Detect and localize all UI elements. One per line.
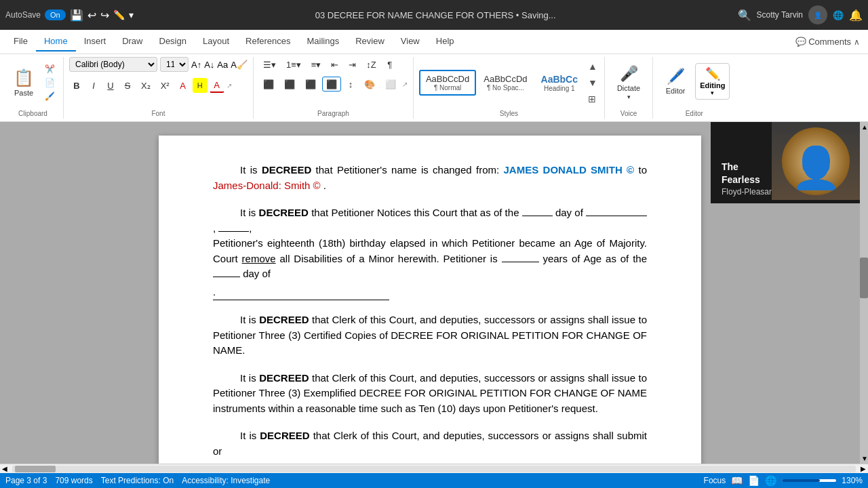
tab-home[interactable]: Home <box>36 32 76 52</box>
copy-button[interactable]: 📄 <box>42 77 58 89</box>
zoom-level[interactable]: 130% <box>842 476 863 485</box>
globe-icon[interactable]: 🌐 <box>833 10 844 20</box>
autosave-toggle[interactable]: On <box>45 9 66 20</box>
font-color-button[interactable]: A <box>210 78 224 93</box>
customize-icon[interactable]: ▾ <box>129 9 134 20</box>
para4-decreed: DECREED <box>259 372 309 384</box>
horizontal-scrollbar[interactable] <box>12 466 856 472</box>
tab-layout[interactable]: Layout <box>195 32 237 52</box>
h-scroll-right[interactable]: ▶ <box>859 465 868 472</box>
bullets-button[interactable]: ☰▾ <box>259 57 280 72</box>
scrollbar-thumb[interactable] <box>860 258 868 298</box>
numbering-button[interactable]: 1≡▾ <box>282 57 305 72</box>
shading-button[interactable]: 🎨 <box>360 77 379 92</box>
ribbon-collapse-button[interactable]: ∧ <box>851 36 863 48</box>
editor-label: Editor <box>666 87 686 95</box>
draw-icon[interactable]: ✏️ <box>113 9 125 20</box>
styles-expand[interactable]: ⊞ <box>587 92 599 106</box>
editor-group-label: Editor <box>658 108 730 117</box>
voice-group-label: Voice <box>610 108 647 117</box>
format-painter-button[interactable]: 🖌️ <box>42 90 58 102</box>
tab-mailings[interactable]: Mailings <box>299 32 348 52</box>
cut-button[interactable]: ✂️ <box>42 63 58 75</box>
search-icon[interactable]: 🔍 <box>738 9 751 22</box>
avatar[interactable]: 👤 <box>808 5 827 24</box>
web-layout-icon[interactable]: 🌐 <box>765 475 776 486</box>
para3-text1: It is <box>240 314 259 325</box>
highlight-button[interactable]: H <box>193 78 208 93</box>
scroll-down-button[interactable]: ▼ <box>860 453 868 464</box>
undo-icon[interactable]: ↩ <box>87 9 96 22</box>
paste-icon: 📋 <box>14 68 34 87</box>
style-heading1[interactable]: AaBbCc Heading 1 <box>535 70 584 96</box>
text-effects-button[interactable]: A <box>176 78 191 93</box>
editing-icon: ✏️ <box>705 66 720 81</box>
sort-button[interactable]: ↕Z <box>362 57 380 72</box>
editing-mode-button[interactable]: ✏️ Editing ▾ <box>695 63 730 100</box>
increase-indent-button[interactable]: ⇥ <box>344 57 360 72</box>
save-icon[interactable]: 💾 <box>70 9 83 22</box>
subscript-button[interactable]: X₂ <box>137 78 155 93</box>
tab-help[interactable]: Help <box>428 32 462 52</box>
clear-format-icon[interactable]: A🧹 <box>231 60 248 70</box>
font-group-expand[interactable]: ↗ <box>226 82 232 89</box>
paragraph-group-label: Paragraph <box>259 108 408 117</box>
styles-group: AaBbCcDd ¶ Normal AaBbCcDd ¶ No Spac... … <box>416 57 605 119</box>
increase-font-icon[interactable]: A↑ <box>191 60 201 70</box>
paragraph-group-expand[interactable]: ↗ <box>402 81 408 88</box>
editing-label: Editing <box>700 81 725 89</box>
styles-scroll-up[interactable]: ▲ <box>587 60 599 73</box>
tab-view[interactable]: View <box>393 32 428 52</box>
redo-icon[interactable]: ↪ <box>100 9 109 22</box>
h-scrollbar-thumb[interactable] <box>15 466 56 472</box>
vertical-scrollbar[interactable]: ▲ ▼ <box>860 122 868 464</box>
text-predictions[interactable]: Text Predictions: On <box>101 476 174 485</box>
line-spacing-button[interactable]: ↕ <box>343 77 358 92</box>
clipboard-group: 📋 Paste ✂️ 📄 🖌️ Clipboard <box>5 57 64 119</box>
accessibility-info[interactable]: Accessibility: Investigate <box>182 476 270 485</box>
strikethrough-button[interactable]: S <box>120 78 135 93</box>
h-scroll-left[interactable]: ◀ <box>0 465 9 472</box>
para2-blank-long: . <box>213 285 389 301</box>
zoom-slider[interactable] <box>782 479 836 482</box>
justify-button[interactable]: ⬛ <box>322 77 341 92</box>
ribbon-tabs: File Home Insert Draw Design Layout Refe… <box>0 30 868 54</box>
style-normal[interactable]: AaBbCcDd ¶ Normal <box>419 70 476 96</box>
superscript-button[interactable]: X² <box>157 78 174 93</box>
align-left-button[interactable]: ⬛ <box>259 77 278 92</box>
notification-icon[interactable]: 🔔 <box>849 9 863 22</box>
tab-design[interactable]: Design <box>151 32 195 52</box>
change-case-icon[interactable]: Aa <box>217 60 228 70</box>
page-info: Page 3 of 3 <box>5 476 47 485</box>
italic-button[interactable]: I <box>86 78 101 93</box>
multilevel-button[interactable]: ≡▾ <box>307 57 326 72</box>
paste-button[interactable]: 📋 Paste <box>8 58 39 107</box>
align-right-button[interactable]: ⬛ <box>301 77 320 92</box>
underline-button[interactable]: U <box>103 78 118 93</box>
borders-button[interactable]: ⬜ <box>381 77 400 92</box>
tab-insert[interactable]: Insert <box>76 32 115 52</box>
editor-button[interactable]: 🖊️ Editor <box>658 57 692 106</box>
focus-button[interactable]: Focus <box>704 476 726 485</box>
comments-button[interactable]: 💬 Comments <box>795 37 851 47</box>
tab-references[interactable]: References <box>237 32 298 52</box>
font-size-select[interactable]: 11 <box>160 57 189 72</box>
print-layout-icon[interactable]: 📄 <box>748 475 760 486</box>
tab-draw[interactable]: Draw <box>114 32 151 52</box>
tab-review[interactable]: Review <box>347 32 393 52</box>
para5-text1: It is <box>240 430 260 441</box>
decrease-indent-button[interactable]: ⇤ <box>327 57 342 72</box>
dictate-chevron: ▾ <box>627 94 631 100</box>
styles-scroll-down[interactable]: ▼ <box>587 76 599 89</box>
dictate-button[interactable]: 🎤 Dictate ▾ <box>610 58 647 107</box>
font-group: Calibri (Body) 11 A↑ A↓ Aa A🧹 B I U S X₂… <box>66 57 254 119</box>
font-family-select[interactable]: Calibri (Body) <box>69 57 157 72</box>
tab-file[interactable]: File <box>5 32 36 52</box>
scroll-up-button[interactable]: ▲ <box>860 122 868 132</box>
read-mode-icon[interactable]: 📖 <box>731 475 743 486</box>
decrease-font-icon[interactable]: A↓ <box>204 60 214 70</box>
show-marks-button[interactable]: ¶ <box>382 57 397 72</box>
bold-button[interactable]: B <box>69 78 84 93</box>
align-center-button[interactable]: ⬛ <box>280 77 299 92</box>
style-nospace[interactable]: AaBbCcDd ¶ No Spac... <box>477 70 533 95</box>
